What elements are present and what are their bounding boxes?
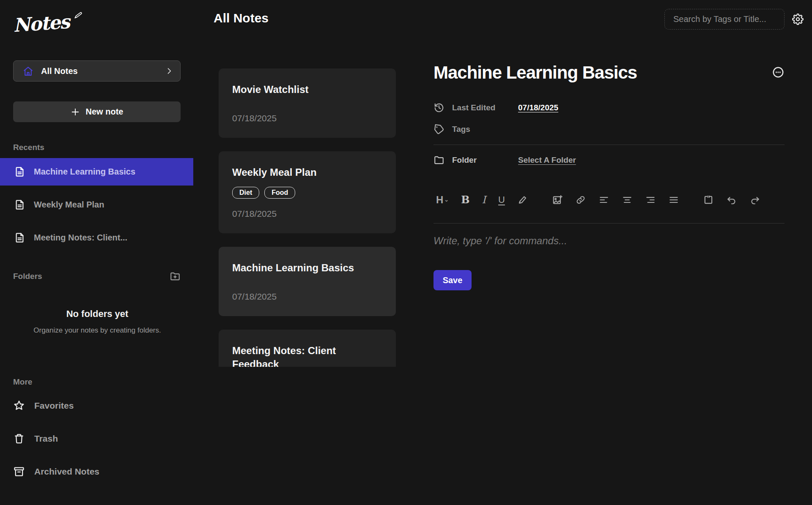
align-center-button[interactable] [622, 194, 633, 205]
all-notes-button[interactable]: All Notes [13, 60, 181, 82]
document-icon [14, 199, 25, 210]
bold-button[interactable]: B [461, 194, 469, 206]
gear-icon[interactable] [792, 14, 804, 25]
search-input[interactable] [664, 9, 785, 30]
recent-item-label: Weekly Meal Plan [34, 200, 104, 210]
sidebar-item-trash[interactable]: Trash [13, 429, 99, 448]
note-card-title: Meeting Notes: Client Feedback [232, 344, 382, 367]
chevron-right-icon [165, 67, 173, 75]
folder-icon [433, 155, 445, 166]
recent-item-machine-learning-basics[interactable]: Machine Learning Basics [0, 158, 193, 186]
note-card-meeting-notes[interactable]: Meeting Notes: Client Feedback [219, 330, 396, 367]
folders-empty-subtitle: Organize your notes by creating folders. [0, 326, 195, 335]
notes-list: Movie Watchlist 07/18/2025 Weekly Meal P… [219, 68, 396, 367]
home-icon [23, 66, 33, 76]
folders-empty-title: No folders yet [0, 308, 195, 319]
more-options-button[interactable] [772, 66, 785, 79]
last-edited-label: Last Edited [452, 103, 518, 112]
plus-icon [71, 107, 80, 117]
note-card-tags: Diet Food [232, 187, 382, 199]
new-note-button[interactable]: New note [13, 101, 181, 122]
tags-row: Tags [433, 124, 518, 135]
app-root: Notes All Notes New note Recents [0, 0, 812, 505]
note-card-date: 07/18/2025 [232, 113, 382, 123]
folder-label: Folder [452, 156, 518, 165]
notes-list-title: All Notes [214, 11, 269, 25]
more-section: Favorites Trash Archived Notes [13, 396, 99, 495]
tags-label: Tags [452, 125, 518, 134]
chevron-down-icon: ⌄ [444, 197, 449, 203]
save-button[interactable]: Save [433, 270, 472, 290]
note-content-editor[interactable]: Write, type '/' for commands... [433, 235, 785, 260]
folders-section-header: Folders [13, 271, 181, 282]
note-card-weekly-meal-plan[interactable]: Weekly Meal Plan Diet Food 07/18/2025 [219, 151, 396, 233]
insert-image-button[interactable] [552, 194, 563, 205]
add-folder-button[interactable] [170, 271, 181, 282]
note-card-title: Movie Watchlist [232, 83, 382, 96]
document-icon [14, 166, 25, 177]
select-folder-link[interactable]: Select A Folder [518, 156, 576, 165]
note-card-title: Machine Learning Basics [232, 261, 382, 275]
note-card-date: 07/18/2025 [232, 292, 382, 302]
note-card-movie-watchlist[interactable]: Movie Watchlist 07/18/2025 [219, 68, 396, 138]
link-button[interactable] [575, 194, 586, 205]
recent-item-label: Meeting Notes: Client... [34, 233, 127, 243]
underline-button[interactable]: U [498, 194, 505, 205]
redo-button[interactable] [749, 194, 760, 205]
align-justify-button[interactable] [668, 194, 679, 205]
all-notes-button-label: All Notes [41, 66, 157, 76]
last-edited-row: Last Edited 07/18/2025 [433, 102, 558, 113]
align-right-button[interactable] [645, 194, 656, 205]
highlighter-button[interactable] [517, 194, 528, 205]
sidebar-item-label: Archived Notes [34, 467, 99, 477]
document-icon [14, 232, 25, 243]
sidebar-item-label: Trash [34, 434, 58, 444]
align-left-button[interactable] [598, 194, 609, 205]
pen-icon [71, 10, 83, 22]
note-card-machine-learning-basics[interactable]: Machine Learning Basics 07/18/2025 [219, 247, 396, 316]
heading-label: H [436, 194, 443, 206]
recent-item-weekly-meal-plan[interactable]: Weekly Meal Plan [0, 191, 193, 218]
history-icon [433, 102, 445, 113]
code-block-button[interactable] [703, 194, 714, 205]
sidebar-item-favorites[interactable]: Favorites [13, 396, 99, 415]
heading-dropdown[interactable]: H⌄ [436, 194, 449, 206]
tag-badge: Diet [232, 187, 259, 199]
editor-title-row: Machine Learning Basics [433, 63, 785, 83]
new-note-button-label: New note [86, 107, 123, 117]
recents-section-label: Recents [13, 143, 44, 152]
tag-icon [433, 124, 445, 135]
undo-button[interactable] [726, 194, 737, 205]
app-logo: Notes [13, 13, 83, 34]
note-card-title: Weekly Meal Plan [232, 166, 382, 179]
archive-icon [13, 466, 25, 478]
recent-item-meeting-notes[interactable]: Meeting Notes: Client... [0, 224, 193, 251]
folders-empty-state: No folders yet Organize your notes by cr… [0, 308, 195, 335]
last-edited-date-link[interactable]: 07/18/2025 [518, 103, 558, 112]
recent-item-label: Machine Learning Basics [34, 167, 135, 177]
note-card-date: 07/18/2025 [232, 209, 382, 219]
recent-notes-list: Machine Learning Basics Weekly Meal Plan… [0, 158, 193, 257]
tag-badge: Food [264, 187, 295, 199]
more-section-label: More [13, 377, 32, 387]
divider [433, 223, 785, 224]
editor-note-title: Machine Learning Basics [433, 63, 637, 83]
folder-row: Folder Select A Folder [433, 155, 576, 166]
star-icon [13, 400, 25, 412]
app-logo-text: Notes [12, 11, 70, 36]
sidebar: Notes All Notes New note Recents [0, 0, 195, 505]
italic-button[interactable]: I [482, 194, 486, 206]
folders-section-label: Folders [13, 272, 42, 281]
divider [433, 145, 785, 145]
sidebar-item-label: Favorites [34, 401, 74, 411]
trash-icon [13, 433, 25, 445]
formatting-toolbar: H⌄ B I U [436, 194, 773, 206]
sidebar-item-archived-notes[interactable]: Archived Notes [13, 462, 99, 481]
